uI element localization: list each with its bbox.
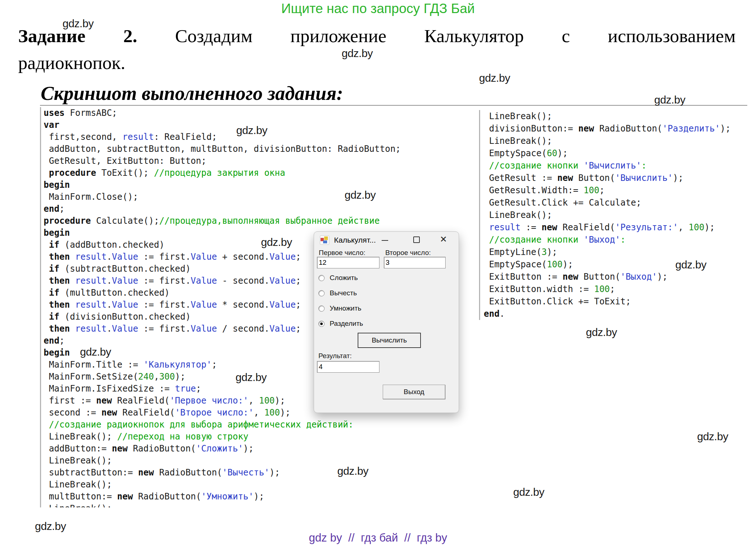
code-line: ExitButton.Click += ToExit; <box>484 295 756 308</box>
code-line: subtractButton:= new RadioButton('Вычест… <box>44 467 482 479</box>
code-line: end. <box>484 308 756 320</box>
app-icon <box>320 235 329 245</box>
radio-label: Разделить <box>330 320 363 328</box>
window-titlebar[interactable]: Калькулят... ✕ <box>314 232 459 248</box>
radio-option-1[interactable]: Сложить <box>318 274 358 281</box>
gdz-watermark: gdz.by <box>479 72 510 84</box>
code-line: //создание кнопки 'Вычислить': <box>484 159 756 172</box>
code-line: MainForm.Close(); <box>44 191 482 203</box>
gdz-watermark: gdz.by <box>337 465 368 477</box>
code-line: multButton:= new RadioButton('Умножить')… <box>44 491 482 503</box>
code-line: LineBreak(); <box>484 110 756 122</box>
code-line: EmptyLine(3); <box>484 246 756 258</box>
code-line: //создание радиокнопок для выбора арифме… <box>44 419 482 431</box>
gdz-watermark: gdz.by <box>697 430 728 443</box>
code-line: GetResult.Width:= 100; <box>484 184 756 196</box>
code-line: uses FormsABC; <box>44 107 482 119</box>
code-line: GetResult := new Button('Вычислить'); <box>484 172 756 184</box>
gdz-watermark: gdz.by <box>675 259 706 271</box>
radio-option-4[interactable]: Разделить <box>318 320 363 327</box>
close-icon[interactable]: ✕ <box>440 234 447 244</box>
code-line: LineBreak(); <box>484 209 756 221</box>
app-icon-yellow-square <box>324 236 328 240</box>
code-line: GetResult.Click += Calculate; <box>484 196 756 209</box>
horizontal-rule <box>40 105 747 106</box>
gdz-watermark: gdz.by <box>513 486 544 498</box>
gdz-watermark: gdz.by <box>586 326 617 339</box>
gdz-watermark: gdz.by <box>345 189 375 201</box>
code-line: addButton:= new RadioButton('Сложить'); <box>44 443 482 455</box>
first-number-label: Первое число: <box>319 249 365 257</box>
code-line: LineBreak(); <box>44 503 482 507</box>
gdz-watermark: gdz.by <box>342 47 373 60</box>
calculator-window: Калькулят... ✕ Первое число: Второе числ… <box>314 231 459 413</box>
gdz-watermark: gdz.by <box>80 346 111 358</box>
code-line: result := new RealField('Результат:', 10… <box>484 221 756 234</box>
first-number-input[interactable] <box>317 257 379 268</box>
exit-button[interactable]: Выход <box>383 385 445 399</box>
gdz-watermark: gdz.by <box>63 17 93 30</box>
task-title: Задание 2. Создадим приложение Калькулят… <box>18 25 736 73</box>
code-line: procedure ToExit(); //процедура закрытия… <box>44 167 482 179</box>
gdz-watermark: gdz.by <box>261 236 292 248</box>
app-icon-blue-square <box>323 240 327 243</box>
code-line: GetResult, ExitButton: Button; <box>44 155 482 167</box>
footer-watermark-text: gdz by // гдз бай // гдз by <box>0 531 756 544</box>
code-line: EmptySpace(100); <box>484 258 756 271</box>
calculate-button[interactable]: Вычислить <box>358 333 421 348</box>
radio-label: Вычесть <box>330 289 357 297</box>
gdz-watermark: gdz.by <box>236 371 266 384</box>
code-line: LineBreak(); <box>484 135 756 147</box>
code-line: addButton, subtractButton, multButton, d… <box>44 143 482 155</box>
radio-label: Умножить <box>330 304 361 312</box>
screenshot-subtitle: Скриншот выполненного задания: <box>41 82 343 105</box>
radio-circle-icon[interactable] <box>318 275 325 281</box>
second-number-input[interactable] <box>384 257 446 268</box>
code-line: ExitButton := new Button('Выход'); <box>484 271 756 283</box>
minimize-icon[interactable] <box>382 240 388 241</box>
maximize-icon[interactable] <box>413 236 420 243</box>
code-line: LineBreak(); //переход на новую строку <box>44 431 482 443</box>
gdz-watermark: gdz.by <box>236 124 267 137</box>
promo-text: Ищите нас по запросу ГДЗ Бай <box>0 1 756 16</box>
radio-circle-icon[interactable] <box>318 321 325 327</box>
code-line: ExitButton.width := 100; <box>484 283 756 295</box>
gdz-watermark: gdz.by <box>35 520 66 532</box>
gdz-watermark: gdz.by <box>654 94 685 106</box>
code-line: LineBreak(); <box>44 455 482 467</box>
radio-circle-icon[interactable] <box>318 290 325 296</box>
radio-option-3[interactable]: Умножить <box>318 305 361 312</box>
code-line: LineBreak(); <box>44 479 482 491</box>
code-line: divisionButton:= new RadioButton('Раздел… <box>484 122 756 135</box>
result-label: Результат: <box>318 352 352 360</box>
second-number-label: Второе число: <box>385 249 431 257</box>
window-title: Калькулят... <box>334 236 376 244</box>
code-column-right: LineBreak(); divisionButton:= new RadioB… <box>479 110 756 320</box>
code-line: EmptySpace(60); <box>484 147 756 159</box>
task-title-line2: радиокнопок. <box>18 52 736 73</box>
task-title-line1: Задание 2. Создадим приложение Калькулят… <box>18 25 736 46</box>
radio-label: Сложить <box>330 274 358 282</box>
code-line: begin <box>44 179 482 191</box>
code-line: procedure Calculate();//процедура,выполн… <box>44 215 482 227</box>
radio-circle-icon[interactable] <box>318 305 325 312</box>
task-text: Создадим приложение Калькулятор с исполь… <box>175 26 736 46</box>
code-line: //создание кнопки 'Выход': <box>484 234 756 246</box>
radio-option-2[interactable]: Вычесть <box>318 289 357 297</box>
result-input[interactable] <box>317 361 379 373</box>
code-line: end; <box>44 203 482 215</box>
